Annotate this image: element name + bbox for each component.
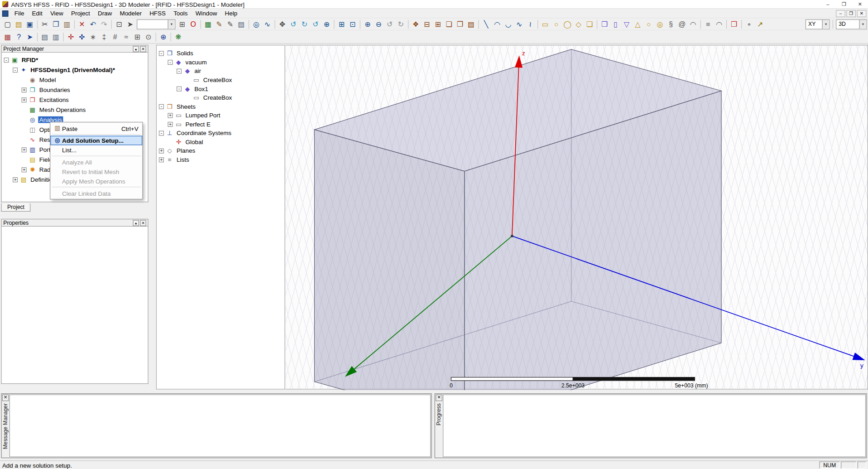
tree-item-air[interactable]: -◆air [157, 67, 284, 76]
paste-icon[interactable]: ▥ [62, 19, 72, 29]
draw-circle-icon[interactable]: ○ [551, 19, 561, 29]
snap-mode-icon[interactable]: O [187, 19, 198, 29]
subtract-icon[interactable]: ❒ [729, 19, 739, 29]
dock-close-button[interactable]: ✕ [2, 394, 9, 401]
plot-icon[interactable]: ∿ [262, 19, 273, 29]
undo-icon[interactable]: ↶ [87, 19, 98, 29]
print-preview-icon[interactable]: ▥ [50, 31, 61, 42]
tree-item-createbox[interactable]: ▭CreateBox [157, 75, 284, 84]
fit-selection-icon[interactable]: ⊡ [347, 19, 358, 29]
cs-relative-icon[interactable]: ≈ [121, 31, 132, 42]
mdi-close-button[interactable]: ✕ [857, 10, 867, 17]
select-face-icon[interactable]: ➤ [125, 19, 135, 29]
tree-item-coordinate-systems[interactable]: -⊥Coordinate Systems [157, 129, 284, 138]
view-top-icon[interactable]: ⊟ [421, 19, 432, 29]
draw-arc-center-icon[interactable]: ◠ [492, 19, 503, 29]
chevron-down-icon[interactable]: ▼ [822, 19, 830, 29]
tree-item-lists[interactable]: +≡Lists [157, 155, 284, 164]
draw-line-icon[interactable]: ╲ [480, 19, 491, 29]
draw-plane-icon[interactable]: ❏ [584, 19, 595, 29]
draw-polyhedron-icon[interactable]: ▽ [621, 19, 632, 29]
tree-expander[interactable]: + [22, 87, 27, 92]
rotate-screen-icon[interactable]: ↺ [310, 19, 321, 29]
tree-item-hfssdesign1-drivenmodal[interactable]: -✦HFSSDesign1 (DrivenModal)* [2, 65, 148, 75]
tree-item-perfect-e[interactable]: +▭Perfect E [157, 120, 284, 129]
cs-axis-icon[interactable]: ✜ [77, 31, 87, 42]
draw-spline-icon[interactable]: ∿ [514, 19, 525, 29]
zoom-in-icon[interactable]: ⊕ [362, 19, 373, 29]
draw-cone-icon[interactable]: △ [632, 19, 643, 29]
draw-rectangle-icon[interactable]: ▭ [540, 19, 551, 29]
cut-icon[interactable]: ✂ [39, 19, 50, 29]
select-object-icon[interactable]: ⊡ [114, 19, 125, 29]
mdi-restore-button[interactable]: ❐ [846, 10, 856, 17]
tree-item-sheets[interactable]: -❒Sheets [157, 102, 284, 111]
menu-add-solution-setup[interactable]: ◎Add Solution Setup... [50, 136, 142, 145]
tab-project[interactable]: Project [1, 203, 30, 212]
drawing-plane-combo[interactable]: XY▼ [806, 19, 830, 29]
menu-file[interactable]: File [10, 10, 28, 17]
sweep-list-icon[interactable]: ≡ [702, 19, 713, 29]
tree-expander[interactable]: + [159, 148, 164, 153]
tree-expander[interactable]: - [177, 86, 182, 91]
menu-draw[interactable]: Draw [94, 10, 116, 17]
help-icon[interactable]: ? [13, 31, 24, 42]
dock-close-button[interactable]: ✕ [436, 394, 442, 401]
arc-tool-icon[interactable]: ◠ [714, 19, 724, 29]
copy-icon[interactable]: ❐ [50, 19, 61, 29]
model-box[interactable] [314, 49, 721, 390]
menu-help[interactable]: Help [221, 10, 241, 17]
close-button[interactable]: ✕ [852, 0, 868, 8]
cs-edge-icon[interactable]: ‡ [99, 31, 110, 42]
tree-item-mesh-operations[interactable]: ▦Mesh Operations [2, 105, 148, 115]
draw-ellipse-icon[interactable]: ◯ [562, 19, 573, 29]
menu-tools[interactable]: Tools [170, 10, 192, 17]
rotate-center-icon[interactable]: ↺ [288, 19, 299, 29]
tree-expander[interactable]: + [22, 97, 27, 102]
modeler-viewport[interactable]: z y 0 2.5e+003 5e+003 (mm) [286, 45, 868, 389]
tree-expander[interactable]: + [13, 177, 18, 182]
view-next-icon[interactable]: ↻ [395, 19, 406, 29]
tree-expander[interactable]: + [159, 157, 164, 162]
draw-regular-polygon-icon[interactable]: ◇ [573, 19, 584, 29]
tree-item-planes[interactable]: +◇Planes [157, 146, 284, 155]
tree-expander[interactable]: - [177, 68, 182, 73]
boolean-unite-icon[interactable]: ⊕ [158, 31, 168, 42]
cs-face-icon[interactable]: ∗ [87, 31, 98, 42]
open-file-icon[interactable]: ▤ [13, 19, 24, 29]
zoom-dynamic-icon[interactable]: ⊕ [321, 19, 332, 29]
tree-item-model[interactable]: ◉Model [2, 75, 148, 85]
tree-expander[interactable]: - [13, 68, 18, 73]
mdi-child-icon[interactable] [2, 10, 8, 16]
tree-expander[interactable]: - [168, 59, 173, 64]
whats-this-icon[interactable]: ➤ [24, 31, 35, 42]
zoom-out-icon[interactable]: ⊖ [373, 19, 384, 29]
world-view-icon[interactable]: ❋ [173, 31, 183, 42]
measure-icon[interactable]: ↗ [754, 19, 765, 29]
tree-item-global[interactable]: ✛Global [157, 137, 284, 146]
tree-expander[interactable]: - [159, 51, 164, 56]
panel-collapse-button[interactable]: ▴ [133, 220, 139, 226]
draw-box-icon[interactable]: ❒ [599, 19, 610, 29]
minimize-button[interactable]: – [820, 0, 836, 8]
message-manager-content[interactable] [10, 394, 431, 457]
view-mode-combo[interactable]: 3D▼ [836, 19, 867, 29]
tree-item-vacuum[interactable]: -◆vacuum [157, 58, 284, 67]
cs-create-icon[interactable]: ✛ [65, 31, 76, 42]
draw-arc-3pt-icon[interactable]: ◡ [503, 19, 513, 29]
rotate-model-icon[interactable]: ↻ [299, 19, 310, 29]
tree-item-box1[interactable]: -◆Box1 [157, 84, 284, 93]
tree-item-solids[interactable]: -❒Solids [157, 49, 284, 58]
draw-polyline-icon[interactable]: ≀ [525, 19, 536, 29]
fit-all-icon[interactable]: ⊞ [336, 19, 347, 29]
history-tree-icon[interactable]: ⊞ [177, 19, 187, 29]
point-icon[interactable]: ∘ [743, 19, 754, 29]
tree-expander[interactable]: + [22, 147, 27, 152]
draw-spiral-icon[interactable]: @ [676, 19, 687, 29]
restore-button[interactable]: ❐ [836, 0, 852, 8]
redo-icon[interactable]: ↷ [99, 19, 110, 29]
view-bottom-icon[interactable]: ⊞ [432, 19, 443, 29]
draw-helix-icon[interactable]: § [666, 19, 676, 29]
view-right-icon[interactable]: ❐ [455, 19, 465, 29]
box-left-face[interactable] [314, 130, 464, 390]
